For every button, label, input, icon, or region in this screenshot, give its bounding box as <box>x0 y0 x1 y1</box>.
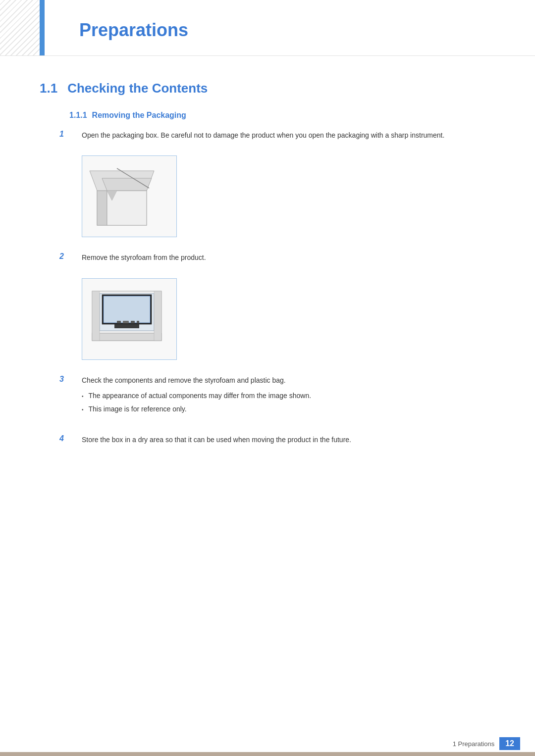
step-1-image-box <box>82 155 177 237</box>
footer-content: 1 Preparations 12 <box>453 737 520 750</box>
section-1-1-heading: 1.1Checking the Contents <box>40 81 495 96</box>
page-footer: 1 Preparations 12 <box>0 736 535 756</box>
svg-rect-11 <box>114 324 139 328</box>
svg-rect-16 <box>123 321 129 323</box>
step-2-image-box <box>82 278 177 360</box>
step-1-image-area <box>82 148 495 242</box>
page-header: Preparations <box>0 0 535 56</box>
step-3-number: 3 <box>59 375 74 384</box>
header-blue-bar <box>40 0 45 55</box>
bullet-item-1: • The appearance of actual components ma… <box>82 391 495 401</box>
svg-rect-17 <box>131 321 135 323</box>
step-3-text: Check the components and remove the styr… <box>82 376 286 384</box>
step-3-container: 3 Check the components and remove the st… <box>59 375 495 422</box>
svg-rect-14 <box>154 291 161 341</box>
step-2-image-area <box>82 271 495 365</box>
step-1-number: 1 <box>59 130 74 139</box>
bullet-item-2: • This image is for reference only. <box>82 404 495 414</box>
svg-rect-1 <box>97 191 107 225</box>
footer-section-text: 1 Preparations <box>453 740 495 748</box>
section-1-1-1-number: 1.1.1 <box>69 111 87 119</box>
page-title: Preparations <box>79 15 535 46</box>
step-2-container: 2 Remove the styrofoam from the product. <box>59 252 495 364</box>
section-1-1-1-heading: 1.1.1Removing the Packaging <box>69 111 495 120</box>
section-1-1-number: 1.1 <box>40 81 57 96</box>
step-1-container: 1 Open the packaging box. Be careful not… <box>59 130 495 242</box>
svg-marker-4 <box>102 178 152 191</box>
step-4-text: Store the box in a dry area so that it c… <box>82 434 495 445</box>
footer-stripe <box>0 752 535 756</box>
header-stripe-decoration <box>0 0 40 55</box>
svg-rect-13 <box>92 291 100 341</box>
bullet-dot-1: • <box>82 393 84 400</box>
content-area: 1.1Checking the Contents 1.1.1Removing t… <box>0 56 535 498</box>
bullet-text-1: The appearance of actual components may … <box>89 391 312 401</box>
bullet-text-2: This image is for reference only. <box>89 404 187 414</box>
styrofoam-illustration <box>87 284 171 353</box>
bullet-dot-2: • <box>82 406 84 413</box>
svg-rect-10 <box>104 296 150 323</box>
svg-rect-15 <box>117 321 121 323</box>
step-2-number: 2 <box>59 252 74 261</box>
step-2-text: Remove the styrofoam from the product. <box>82 252 495 263</box>
step-4-number: 4 <box>59 434 74 443</box>
step-4-container: 4 Store the box in a dry area so that it… <box>59 434 495 445</box>
svg-rect-18 <box>137 321 139 323</box>
box-open-illustration <box>87 161 171 230</box>
step-3-bullets: • The appearance of actual components ma… <box>82 391 495 414</box>
svg-rect-12 <box>92 333 161 341</box>
step-1-text: Open the packaging box. Be careful not t… <box>82 130 495 141</box>
footer-page-number: 12 <box>499 737 520 750</box>
